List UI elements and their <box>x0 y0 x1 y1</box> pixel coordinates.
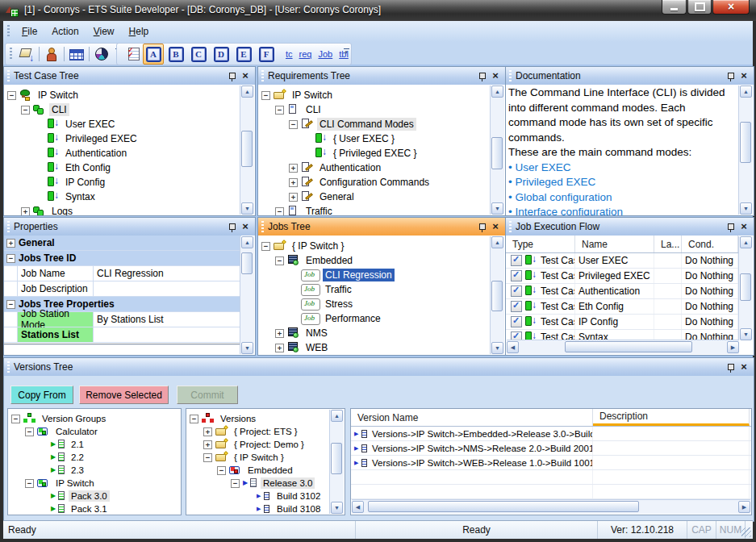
scroll-thumb[interactable] <box>491 137 503 169</box>
version-row[interactable]: Versions->IP Switch->Embedded->Release 3… <box>351 427 751 441</box>
tree-item[interactable]: −Traffic <box>258 204 505 215</box>
scroll-up-icon[interactable]: ▲ <box>491 85 503 98</box>
scroll-thumb[interactable] <box>740 122 751 163</box>
remove-selected-button[interactable]: Remove Selected <box>79 386 169 404</box>
tree-item[interactable]: −Embedded <box>258 253 505 268</box>
collapse-icon[interactable]: − <box>11 415 20 423</box>
pin-button[interactable] <box>226 220 239 233</box>
versions-tree-header[interactable]: Versions Tree × <box>4 358 754 376</box>
scroll-thumb[interactable] <box>241 131 253 167</box>
collapse-icon[interactable]: − <box>190 415 198 423</box>
user-button[interactable] <box>42 44 61 64</box>
tree-item[interactable]: 2.1 <box>8 438 181 451</box>
panel-close-button[interactable]: × <box>737 361 750 373</box>
tree-item[interactable]: +{ Project: ETS } <box>186 425 331 438</box>
tree-item[interactable]: Privileged EXEC <box>4 131 255 146</box>
doc-link[interactable]: Global configuration <box>515 191 612 203</box>
property-value[interactable]: CLI Regression <box>94 268 241 279</box>
tree-item[interactable]: 2.2 <box>8 451 181 464</box>
expand-icon[interactable]: + <box>275 344 284 352</box>
toolbar-tag-req[interactable]: req <box>299 49 312 59</box>
tree-item[interactable]: IP Config <box>4 175 255 190</box>
tree-item[interactable]: { User EXEC } <box>258 131 505 146</box>
scroll-down-icon[interactable]: ▼ <box>491 202 503 215</box>
tree-item[interactable]: CLI Regression <box>258 268 505 282</box>
version-row[interactable]: Versions->IP Switch->NMS->Release 2.0->B… <box>351 441 751 456</box>
scroll-thumb[interactable] <box>331 443 342 474</box>
property-category[interactable]: −Jobs Tree ID <box>4 251 241 266</box>
toolbar-letter-D[interactable]: D <box>211 44 232 65</box>
collapse-icon[interactable]: − <box>289 120 298 129</box>
expand-icon[interactable]: + <box>275 329 284 338</box>
tree-item[interactable]: −{ IP Switch } <box>186 451 331 464</box>
tree-item[interactable]: Stress <box>258 297 505 311</box>
collapse-icon[interactable]: − <box>6 254 15 263</box>
tree-item[interactable]: +WEB <box>258 340 505 355</box>
tree-item[interactable]: −IP Switch <box>258 88 505 102</box>
scroll-down-icon[interactable]: ▼ <box>740 202 752 215</box>
property-category[interactable]: +General <box>4 236 241 251</box>
panel-close-button[interactable]: × <box>737 69 750 82</box>
tree-item[interactable]: −CLI <box>4 102 255 117</box>
pin-button[interactable] <box>725 220 737 233</box>
column-header-la[interactable]: La... <box>654 236 682 252</box>
scroll-right-icon[interactable]: ▶ <box>727 341 739 353</box>
tree-item[interactable]: +Logs <box>4 204 255 215</box>
toolbar-tag-tc[interactable]: tc <box>286 49 293 59</box>
vertical-scrollbar[interactable]: ▲▼ <box>490 236 504 354</box>
collapse-icon[interactable]: − <box>25 427 34 436</box>
property-value[interactable]: By Stations List <box>94 314 241 325</box>
column-header-name[interactable]: Name <box>575 236 654 252</box>
scroll-down-icon[interactable]: ▼ <box>331 502 343 514</box>
collapse-icon[interactable]: − <box>6 300 15 309</box>
collapse-icon[interactable]: − <box>21 106 30 115</box>
collapse-icon[interactable]: − <box>25 479 34 488</box>
collapse-icon[interactable]: − <box>275 256 284 265</box>
collapse-icon[interactable]: − <box>261 91 270 100</box>
scroll-thumb[interactable] <box>565 341 692 352</box>
tree-item[interactable]: −CLI <box>258 102 505 117</box>
collapse-icon[interactable]: − <box>231 479 240 488</box>
checkbox-checked-icon[interactable] <box>511 316 522 327</box>
tree-item[interactable]: Authentication <box>4 146 255 161</box>
grid-button[interactable] <box>67 44 86 64</box>
resize-grip[interactable] <box>741 527 751 537</box>
tree-item[interactable]: −Calculator <box>8 425 181 438</box>
tree-item[interactable]: Traffic <box>258 282 505 297</box>
pin-button[interactable] <box>226 69 239 82</box>
expand-icon[interactable]: + <box>203 427 212 436</box>
menu-grip[interactable] <box>7 25 10 38</box>
scroll-thumb[interactable] <box>491 281 503 311</box>
expand-icon[interactable]: + <box>289 178 298 187</box>
tree-item[interactable]: −CLI Command Modes <box>258 117 505 131</box>
collapse-icon[interactable]: − <box>261 242 270 251</box>
scroll-down-icon[interactable]: ▼ <box>740 328 752 340</box>
vertical-scrollbar[interactable]: ▲▼ <box>490 85 504 215</box>
job-flow-row[interactable]: Test CasePrivileged EXECDo Nothing <box>506 269 740 284</box>
tree-item[interactable]: +General <box>258 190 505 204</box>
tree-item[interactable]: +{ Project: Demo } <box>186 438 331 451</box>
toolbar-letter-E[interactable]: E <box>233 44 254 65</box>
vertical-scrollbar[interactable]: ▲▼ <box>240 236 254 354</box>
job-flow-row[interactable]: Test CaseIP ConfigDo Nothing <box>506 315 740 330</box>
scroll-down-icon[interactable]: ▼ <box>241 342 253 354</box>
toolbar-overflow-icon[interactable]: ▾ <box>343 48 349 55</box>
scroll-down-icon[interactable]: ▼ <box>491 342 503 354</box>
scroll-thumb[interactable] <box>241 252 253 273</box>
tree-item[interactable]: Build 3102 <box>186 490 331 502</box>
column-header-cond[interactable]: Cond. <box>682 236 738 252</box>
pie-chart-button[interactable] <box>92 44 111 64</box>
commit-button[interactable]: Commit <box>177 386 238 404</box>
tree-item[interactable]: −IP Switch <box>8 477 181 490</box>
tree-item[interactable]: −IP Switch <box>4 88 255 102</box>
toolbar-letter-C[interactable]: C <box>188 44 209 65</box>
scroll-up-icon[interactable]: ▲ <box>740 85 752 98</box>
property-row[interactable]: Job Description <box>4 281 241 297</box>
pin-button[interactable] <box>725 69 737 82</box>
properties-header[interactable]: Properties × <box>4 218 255 236</box>
collapse-icon[interactable]: − <box>203 453 212 462</box>
scroll-up-icon[interactable]: ▲ <box>740 236 752 248</box>
documentation-header[interactable]: Documentation × <box>506 67 754 85</box>
tree-item[interactable]: +Authentication <box>258 161 505 175</box>
pin-button[interactable] <box>725 361 737 373</box>
